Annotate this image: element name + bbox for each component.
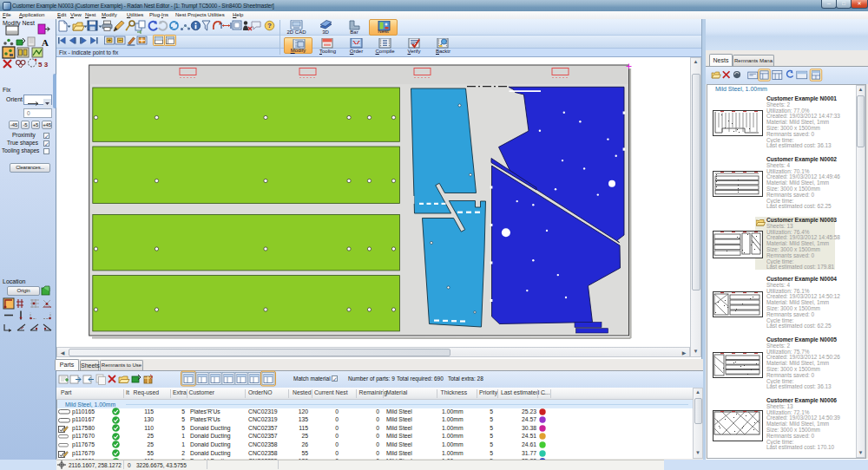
svg-text:5 3: 5 3 bbox=[38, 61, 49, 69]
svg-text:?: ? bbox=[267, 22, 272, 29]
svg-text:A: A bbox=[42, 37, 49, 48]
